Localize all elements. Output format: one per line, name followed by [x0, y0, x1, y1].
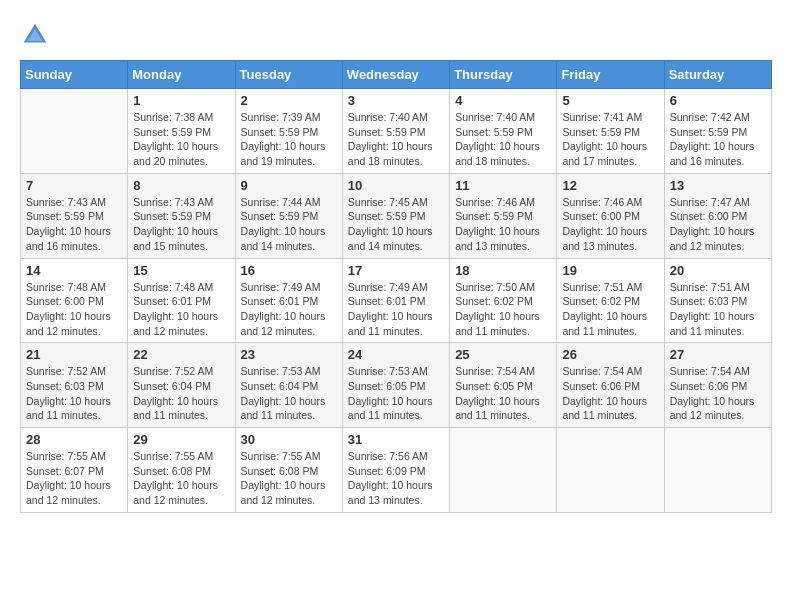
day-number: 8: [133, 178, 229, 193]
calendar-cell: 7Sunrise: 7:43 AM Sunset: 5:59 PM Daylig…: [21, 173, 128, 258]
day-info: Sunrise: 7:43 AM Sunset: 5:59 PM Dayligh…: [26, 195, 122, 254]
day-number: 7: [26, 178, 122, 193]
day-number: 26: [562, 347, 658, 362]
calendar-cell: 13Sunrise: 7:47 AM Sunset: 6:00 PM Dayli…: [664, 173, 771, 258]
day-number: 28: [26, 432, 122, 447]
day-number: 3: [348, 93, 444, 108]
weekday-header-wednesday: Wednesday: [342, 61, 449, 89]
day-number: 23: [241, 347, 337, 362]
day-number: 9: [241, 178, 337, 193]
day-number: 6: [670, 93, 766, 108]
calendar-cell: 28Sunrise: 7:55 AM Sunset: 6:07 PM Dayli…: [21, 428, 128, 513]
weekday-header-tuesday: Tuesday: [235, 61, 342, 89]
weekday-header-saturday: Saturday: [664, 61, 771, 89]
weekday-header-friday: Friday: [557, 61, 664, 89]
day-number: 13: [670, 178, 766, 193]
day-number: 10: [348, 178, 444, 193]
day-info: Sunrise: 7:55 AM Sunset: 6:07 PM Dayligh…: [26, 449, 122, 508]
day-info: Sunrise: 7:54 AM Sunset: 6:05 PM Dayligh…: [455, 364, 551, 423]
day-number: 5: [562, 93, 658, 108]
calendar-cell: 17Sunrise: 7:49 AM Sunset: 6:01 PM Dayli…: [342, 258, 449, 343]
calendar-cell: 5Sunrise: 7:41 AM Sunset: 5:59 PM Daylig…: [557, 89, 664, 174]
calendar-cell: 1Sunrise: 7:38 AM Sunset: 5:59 PM Daylig…: [128, 89, 235, 174]
calendar-cell: 26Sunrise: 7:54 AM Sunset: 6:06 PM Dayli…: [557, 343, 664, 428]
day-number: 29: [133, 432, 229, 447]
week-row-2: 7Sunrise: 7:43 AM Sunset: 5:59 PM Daylig…: [21, 173, 772, 258]
day-info: Sunrise: 7:46 AM Sunset: 6:00 PM Dayligh…: [562, 195, 658, 254]
day-info: Sunrise: 7:53 AM Sunset: 6:05 PM Dayligh…: [348, 364, 444, 423]
day-number: 27: [670, 347, 766, 362]
weekday-header-sunday: Sunday: [21, 61, 128, 89]
day-number: 1: [133, 93, 229, 108]
day-info: Sunrise: 7:42 AM Sunset: 5:59 PM Dayligh…: [670, 110, 766, 169]
page-header: [20, 20, 772, 50]
logo: [20, 20, 54, 50]
day-info: Sunrise: 7:40 AM Sunset: 5:59 PM Dayligh…: [455, 110, 551, 169]
calendar-cell: 21Sunrise: 7:52 AM Sunset: 6:03 PM Dayli…: [21, 343, 128, 428]
day-info: Sunrise: 7:54 AM Sunset: 6:06 PM Dayligh…: [562, 364, 658, 423]
day-info: Sunrise: 7:43 AM Sunset: 5:59 PM Dayligh…: [133, 195, 229, 254]
day-info: Sunrise: 7:52 AM Sunset: 6:03 PM Dayligh…: [26, 364, 122, 423]
day-number: 14: [26, 263, 122, 278]
day-info: Sunrise: 7:47 AM Sunset: 6:00 PM Dayligh…: [670, 195, 766, 254]
calendar-cell: 18Sunrise: 7:50 AM Sunset: 6:02 PM Dayli…: [450, 258, 557, 343]
weekday-header-row: SundayMondayTuesdayWednesdayThursdayFrid…: [21, 61, 772, 89]
day-info: Sunrise: 7:41 AM Sunset: 5:59 PM Dayligh…: [562, 110, 658, 169]
calendar-cell: 15Sunrise: 7:48 AM Sunset: 6:01 PM Dayli…: [128, 258, 235, 343]
calendar-cell: 31Sunrise: 7:56 AM Sunset: 6:09 PM Dayli…: [342, 428, 449, 513]
calendar-cell: [21, 89, 128, 174]
day-number: 31: [348, 432, 444, 447]
day-info: Sunrise: 7:53 AM Sunset: 6:04 PM Dayligh…: [241, 364, 337, 423]
day-info: Sunrise: 7:45 AM Sunset: 5:59 PM Dayligh…: [348, 195, 444, 254]
day-info: Sunrise: 7:49 AM Sunset: 6:01 PM Dayligh…: [241, 280, 337, 339]
day-info: Sunrise: 7:55 AM Sunset: 6:08 PM Dayligh…: [133, 449, 229, 508]
calendar-cell: 6Sunrise: 7:42 AM Sunset: 5:59 PM Daylig…: [664, 89, 771, 174]
day-number: 22: [133, 347, 229, 362]
day-info: Sunrise: 7:55 AM Sunset: 6:08 PM Dayligh…: [241, 449, 337, 508]
calendar-cell: 2Sunrise: 7:39 AM Sunset: 5:59 PM Daylig…: [235, 89, 342, 174]
day-number: 30: [241, 432, 337, 447]
calendar-cell: 3Sunrise: 7:40 AM Sunset: 5:59 PM Daylig…: [342, 89, 449, 174]
day-info: Sunrise: 7:40 AM Sunset: 5:59 PM Dayligh…: [348, 110, 444, 169]
day-info: Sunrise: 7:48 AM Sunset: 6:01 PM Dayligh…: [133, 280, 229, 339]
calendar-cell: 19Sunrise: 7:51 AM Sunset: 6:02 PM Dayli…: [557, 258, 664, 343]
calendar-cell: 23Sunrise: 7:53 AM Sunset: 6:04 PM Dayli…: [235, 343, 342, 428]
day-number: 21: [26, 347, 122, 362]
day-number: 16: [241, 263, 337, 278]
calendar-cell: 29Sunrise: 7:55 AM Sunset: 6:08 PM Dayli…: [128, 428, 235, 513]
day-info: Sunrise: 7:56 AM Sunset: 6:09 PM Dayligh…: [348, 449, 444, 508]
calendar-cell: [557, 428, 664, 513]
week-row-3: 14Sunrise: 7:48 AM Sunset: 6:00 PM Dayli…: [21, 258, 772, 343]
day-info: Sunrise: 7:44 AM Sunset: 5:59 PM Dayligh…: [241, 195, 337, 254]
day-info: Sunrise: 7:54 AM Sunset: 6:06 PM Dayligh…: [670, 364, 766, 423]
calendar-cell: 16Sunrise: 7:49 AM Sunset: 6:01 PM Dayli…: [235, 258, 342, 343]
day-number: 17: [348, 263, 444, 278]
calendar-cell: [664, 428, 771, 513]
weekday-header-thursday: Thursday: [450, 61, 557, 89]
day-info: Sunrise: 7:51 AM Sunset: 6:02 PM Dayligh…: [562, 280, 658, 339]
day-info: Sunrise: 7:38 AM Sunset: 5:59 PM Dayligh…: [133, 110, 229, 169]
day-number: 12: [562, 178, 658, 193]
logo-icon: [20, 20, 50, 50]
calendar-cell: 30Sunrise: 7:55 AM Sunset: 6:08 PM Dayli…: [235, 428, 342, 513]
calendar-cell: 8Sunrise: 7:43 AM Sunset: 5:59 PM Daylig…: [128, 173, 235, 258]
calendar-cell: 22Sunrise: 7:52 AM Sunset: 6:04 PM Dayli…: [128, 343, 235, 428]
day-number: 15: [133, 263, 229, 278]
day-info: Sunrise: 7:50 AM Sunset: 6:02 PM Dayligh…: [455, 280, 551, 339]
day-info: Sunrise: 7:51 AM Sunset: 6:03 PM Dayligh…: [670, 280, 766, 339]
day-info: Sunrise: 7:48 AM Sunset: 6:00 PM Dayligh…: [26, 280, 122, 339]
calendar-cell: 24Sunrise: 7:53 AM Sunset: 6:05 PM Dayli…: [342, 343, 449, 428]
day-info: Sunrise: 7:49 AM Sunset: 6:01 PM Dayligh…: [348, 280, 444, 339]
calendar-cell: 27Sunrise: 7:54 AM Sunset: 6:06 PM Dayli…: [664, 343, 771, 428]
calendar-cell: 10Sunrise: 7:45 AM Sunset: 5:59 PM Dayli…: [342, 173, 449, 258]
day-number: 2: [241, 93, 337, 108]
week-row-1: 1Sunrise: 7:38 AM Sunset: 5:59 PM Daylig…: [21, 89, 772, 174]
day-number: 19: [562, 263, 658, 278]
day-number: 20: [670, 263, 766, 278]
calendar-cell: 20Sunrise: 7:51 AM Sunset: 6:03 PM Dayli…: [664, 258, 771, 343]
calendar-cell: 14Sunrise: 7:48 AM Sunset: 6:00 PM Dayli…: [21, 258, 128, 343]
calendar-table: SundayMondayTuesdayWednesdayThursdayFrid…: [20, 60, 772, 513]
day-number: 4: [455, 93, 551, 108]
week-row-5: 28Sunrise: 7:55 AM Sunset: 6:07 PM Dayli…: [21, 428, 772, 513]
day-number: 18: [455, 263, 551, 278]
